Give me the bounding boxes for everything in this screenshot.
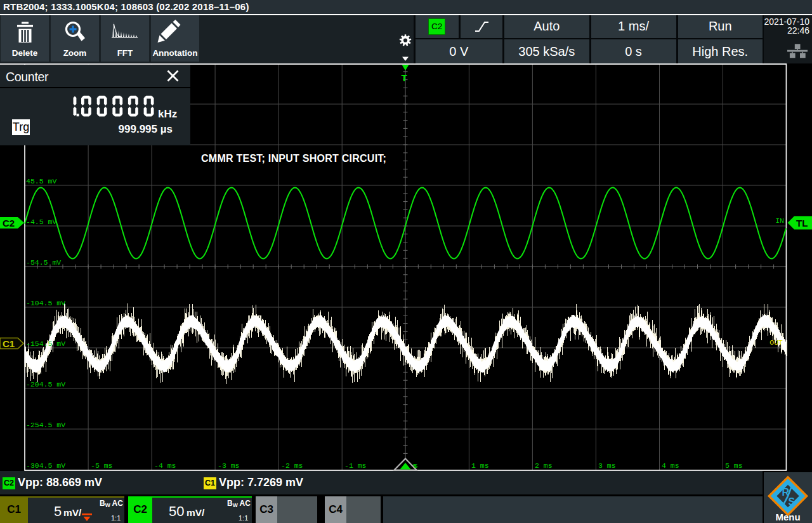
svg-text:T: T: [402, 72, 407, 83]
svg-text:45.5 mV: 45.5 mV: [26, 177, 56, 185]
svg-text:-5 ms: -5 ms: [91, 461, 113, 470]
svg-text:-4.5 mV: -4.5 mV: [26, 218, 56, 226]
svg-text:C1: C1: [3, 338, 15, 349]
svg-text:-254.5 mV: -254.5 mV: [26, 421, 65, 429]
svg-text:5 ms: 5 ms: [725, 461, 743, 470]
svg-text:s: s: [414, 461, 418, 470]
svg-text:-1 ms: -1 ms: [344, 461, 367, 470]
svg-text:-304.5 mV: -304.5 mV: [26, 461, 65, 470]
svg-text:S: S: [789, 496, 796, 507]
svg-text:-154.5 mV: -154.5 mV: [26, 340, 65, 348]
svg-text:-2 ms: -2 ms: [281, 461, 303, 470]
svg-text:-54.5 mV: -54.5 mV: [26, 258, 61, 267]
svg-text:TL: TL: [796, 218, 808, 228]
svg-text:C2: C2: [3, 218, 15, 228]
svg-text:3 ms: 3 ms: [598, 461, 616, 470]
svg-text:OUT: OUT: [769, 338, 783, 347]
svg-text:1 ms: 1 ms: [471, 461, 489, 470]
svg-text:IN: IN: [775, 216, 784, 225]
svg-text:-104.5 mV: -104.5 mV: [26, 299, 65, 307]
svg-text:-4 ms: -4 ms: [154, 461, 176, 470]
svg-text:-204.5 mV: -204.5 mV: [26, 380, 65, 388]
svg-text:2 ms: 2 ms: [535, 461, 553, 470]
svg-text:-3 ms: -3 ms: [218, 461, 240, 470]
svg-text:4 ms: 4 ms: [662, 461, 679, 470]
